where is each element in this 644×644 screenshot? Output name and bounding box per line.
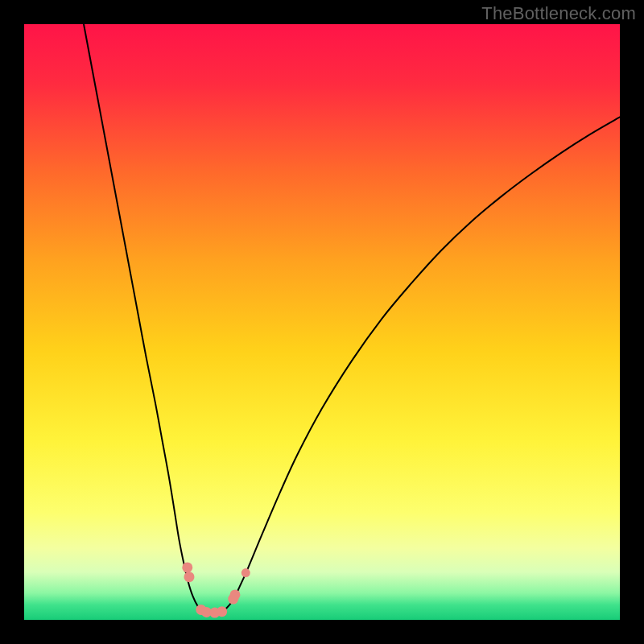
data-marker	[229, 589, 240, 600]
data-marker	[182, 562, 192, 572]
chart-container: TheBottleneck.com	[0, 0, 644, 644]
gradient-background	[24, 24, 620, 620]
data-marker	[184, 572, 194, 582]
chart-svg	[24, 24, 620, 620]
watermark-text: TheBottleneck.com	[481, 3, 636, 24]
data-marker	[217, 606, 227, 617]
data-marker	[242, 568, 250, 577]
plot-area	[24, 24, 620, 620]
